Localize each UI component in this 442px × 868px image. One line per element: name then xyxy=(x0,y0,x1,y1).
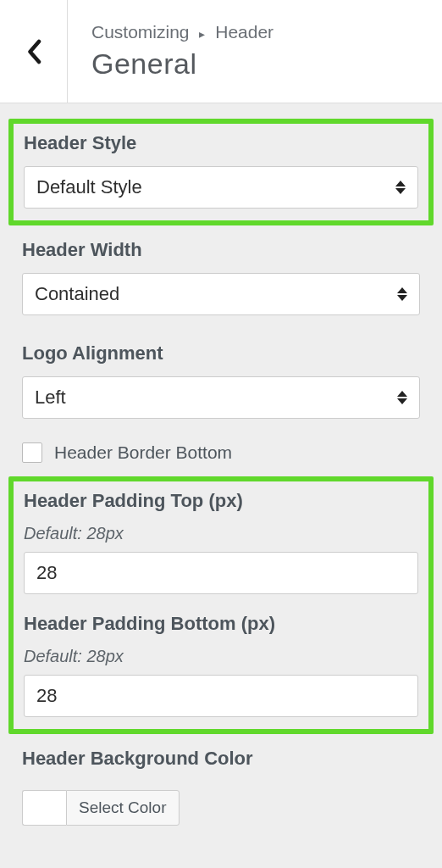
label-bg-color: Header Background Color xyxy=(22,748,420,770)
input-value: 28 xyxy=(36,685,57,707)
select-header-width[interactable]: Contained xyxy=(22,273,420,315)
label-padding-top: Header Padding Top (px) xyxy=(24,490,418,512)
select-color-label: Select Color xyxy=(79,798,167,817)
input-padding-top[interactable]: 28 xyxy=(24,552,418,594)
field-padding-bottom: Header Padding Bottom (px) Default: 28px… xyxy=(24,613,418,717)
select-logo-alignment[interactable]: Left xyxy=(22,376,420,419)
breadcrumb-section: Header xyxy=(215,22,273,42)
field-header-style: Header Style Default Style xyxy=(8,119,434,225)
label-header-border-bottom: Header Border Bottom xyxy=(54,442,232,463)
field-padding-top: Header Padding Top (px) Default: 28px 28 xyxy=(24,490,418,594)
select-header-style[interactable]: Default Style xyxy=(24,166,418,209)
breadcrumb-separator-icon: ▸ xyxy=(199,27,205,41)
input-value: 28 xyxy=(36,562,57,584)
select-value: Left xyxy=(35,387,397,409)
label-padding-bottom: Header Padding Bottom (px) xyxy=(24,613,418,635)
select-arrows-icon xyxy=(395,181,406,194)
back-button[interactable] xyxy=(0,0,68,103)
page-title: General xyxy=(91,47,418,81)
field-logo-alignment: Logo Alignment Left xyxy=(8,334,434,432)
chevron-left-icon xyxy=(25,39,43,64)
select-arrows-icon xyxy=(397,391,407,404)
checkbox-header-border-bottom[interactable] xyxy=(22,442,42,463)
select-arrows-icon xyxy=(397,287,407,301)
field-header-border-bottom[interactable]: Header Border Bottom xyxy=(8,437,434,470)
hint-padding-bottom: Default: 28px xyxy=(24,647,418,666)
input-padding-bottom[interactable]: 28 xyxy=(24,675,418,717)
customizer-header: Customizing ▸ Header General xyxy=(0,0,442,103)
select-color-button[interactable]: Select Color xyxy=(66,790,180,826)
hint-padding-top: Default: 28px xyxy=(24,524,418,543)
field-header-width: Header Width Contained xyxy=(8,231,434,329)
color-swatch[interactable] xyxy=(22,790,66,826)
select-value: Contained xyxy=(35,283,397,305)
breadcrumb: Customizing ▸ Header xyxy=(91,22,418,42)
label-header-width: Header Width xyxy=(22,239,420,261)
label-logo-alignment: Logo Alignment xyxy=(22,342,420,364)
label-header-style: Header Style xyxy=(24,132,418,154)
breadcrumb-root: Customizing xyxy=(91,22,190,42)
field-header-padding: Header Padding Top (px) Default: 28px 28… xyxy=(8,476,434,734)
settings-panel: Header Style Default Style Header Width … xyxy=(0,103,442,846)
select-value: Default Style xyxy=(36,176,395,198)
color-picker-row: Select Color xyxy=(8,790,434,836)
header-text: Customizing ▸ Header General xyxy=(68,0,442,103)
field-bg-color: Header Background Color xyxy=(8,739,434,785)
